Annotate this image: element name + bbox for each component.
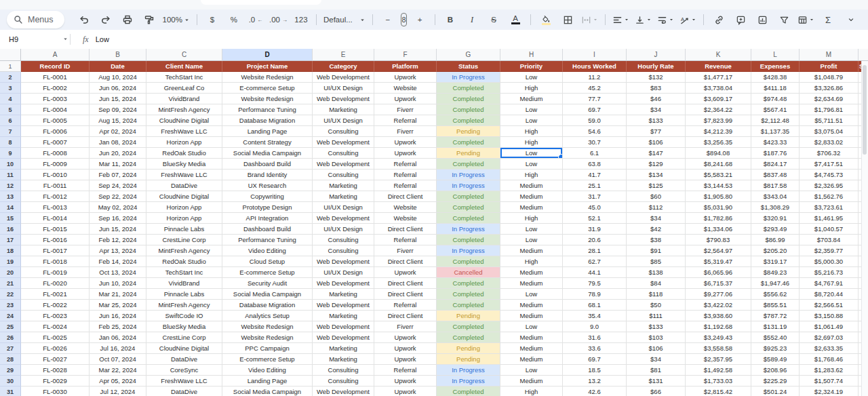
row-header-13[interactable]: 13: [0, 191, 21, 202]
cell-H12[interactable]: Medium: [500, 180, 563, 191]
column-header-M[interactable]: M: [800, 49, 859, 61]
cell-B16[interactable]: Jun 15, 2024: [90, 224, 146, 235]
cell-M16[interactable]: $1,040.57: [800, 224, 859, 235]
row-header-5[interactable]: 5: [0, 104, 21, 115]
cell-K28[interactable]: $2,357.95: [686, 354, 751, 365]
cell-G20[interactable]: Cancelled: [437, 267, 500, 278]
cell-I10[interactable]: 63.8: [563, 159, 627, 170]
toolbar-collapse-button[interactable]: [841, 12, 861, 28]
cell-E10[interactable]: Web Development: [313, 159, 374, 170]
cell-I27[interactable]: 33.6: [563, 343, 627, 354]
cell-G16[interactable]: In Progress: [437, 224, 500, 235]
cell-A21[interactable]: FL-0020: [21, 278, 90, 289]
cell-K27[interactable]: $3,558.58: [686, 343, 751, 354]
cell-C4[interactable]: VividBrand: [146, 94, 222, 104]
cell-L7[interactable]: $1,137.35: [751, 126, 800, 137]
cell-M22[interactable]: $8,720.44: [800, 289, 859, 300]
cell-D9[interactable]: Social Media Campaign: [222, 148, 313, 159]
cell-G25[interactable]: Completed: [437, 321, 500, 332]
cell-A16[interactable]: FL-0015: [21, 224, 90, 235]
cell-L5[interactable]: $567.41: [751, 104, 800, 115]
cell-L11[interactable]: $837.48: [751, 170, 800, 180]
cell-B12[interactable]: Sep 24, 2024: [90, 180, 146, 191]
cell-B18[interactable]: Apr 13, 2024: [90, 245, 146, 256]
cell-C15[interactable]: Horizon App: [146, 213, 222, 224]
cell-G24[interactable]: Pending: [437, 311, 500, 321]
cell-L23[interactable]: $855.51: [751, 300, 800, 311]
cell-M19[interactable]: $5,000.30: [800, 256, 859, 267]
cell-B25[interactable]: Feb 25, 2024: [90, 321, 146, 332]
cell-G23[interactable]: Completed: [437, 300, 500, 311]
cell-I15[interactable]: 52.1: [563, 213, 627, 224]
cell-D29[interactable]: Video Editing: [222, 365, 313, 376]
cell-F15[interactable]: Website: [374, 213, 437, 224]
cell-H31[interactable]: High: [500, 387, 563, 396]
cell-B2[interactable]: Aug 10, 2024: [90, 72, 146, 83]
font-select[interactable]: Defaul...: [321, 12, 368, 28]
cell-F9[interactable]: Upwork: [374, 148, 437, 159]
cell-D24[interactable]: Analytics Setup: [222, 311, 313, 321]
cell-G9[interactable]: Pending: [437, 148, 500, 159]
cell-F26[interactable]: Upwork: [374, 332, 437, 343]
cell-K2[interactable]: $1,477.17: [686, 72, 751, 83]
cell-D28[interactable]: E-commerce Setup: [222, 354, 313, 365]
cell-A19[interactable]: FL-0018: [21, 256, 90, 267]
cell-L29[interactable]: $208.96: [751, 365, 800, 376]
cell-C14[interactable]: Horizon App: [146, 202, 222, 213]
cell-G4[interactable]: Completed: [437, 94, 500, 104]
cell-C25[interactable]: BlueSky Media: [146, 321, 222, 332]
cell-G28[interactable]: Pending: [437, 354, 500, 365]
cell-D16[interactable]: Dashboard Build: [222, 224, 313, 235]
cell-I18[interactable]: 28.1: [563, 245, 627, 256]
cell-M8[interactable]: $2,833.02: [800, 137, 859, 148]
cell-G7[interactable]: Pending: [437, 126, 500, 137]
cell-E25[interactable]: Web Development: [313, 321, 374, 332]
cell-C18[interactable]: MintFresh Agency: [146, 245, 222, 256]
cell-C27[interactable]: CloudNine Digital: [146, 343, 222, 354]
row-header-11[interactable]: 11: [0, 170, 21, 180]
cell-H2[interactable]: Low: [500, 72, 563, 83]
cell-D21[interactable]: Security Audit: [222, 278, 313, 289]
cell-M29[interactable]: $1,283.62: [800, 365, 859, 376]
cell-A22[interactable]: FL-0021: [21, 289, 90, 300]
cell-J13[interactable]: $60: [627, 191, 686, 202]
cell-J27[interactable]: $106: [627, 343, 686, 354]
cell-H21[interactable]: Medium: [500, 278, 563, 289]
cell-J5[interactable]: $34: [627, 104, 686, 115]
cell-I13[interactable]: 31.7: [563, 191, 627, 202]
column-header-H[interactable]: H: [500, 49, 563, 61]
row-header-3[interactable]: 3: [0, 83, 21, 94]
number-format-button[interactable]: 123: [291, 12, 311, 28]
cell-L14[interactable]: $1,308.29: [751, 202, 800, 213]
cell-J24[interactable]: $111: [627, 311, 686, 321]
cell-A8[interactable]: FL-0007: [21, 137, 90, 148]
cell-B30[interactable]: Apr 05, 2024: [90, 376, 146, 387]
cell-M4[interactable]: $2,634.69: [800, 94, 859, 104]
cell-L13[interactable]: $343.04: [751, 191, 800, 202]
cell-G2[interactable]: In Progress: [437, 72, 500, 83]
row-header-10[interactable]: 10: [0, 159, 21, 170]
cell-H20[interactable]: Medium: [500, 267, 563, 278]
cell-K7[interactable]: $4,212.39: [686, 126, 751, 137]
cell-E19[interactable]: Web Development: [313, 256, 374, 267]
header-cell-H1[interactable]: Priority: [500, 61, 563, 72]
cell-L16[interactable]: $293.49: [751, 224, 800, 235]
cell-G26[interactable]: Completed: [437, 332, 500, 343]
cell-C23[interactable]: MintFresh Agency: [146, 300, 222, 311]
cell-I20[interactable]: 44.1: [563, 267, 627, 278]
cell-C3[interactable]: GreenLeaf Co: [146, 83, 222, 94]
cell-B7[interactable]: Apr 02, 2024: [90, 126, 146, 137]
row-header-14[interactable]: 14: [0, 202, 21, 213]
undo-button[interactable]: [74, 12, 94, 28]
decrease-decimal-button[interactable]: .0←: [245, 12, 266, 28]
cell-C31[interactable]: DataDive: [146, 387, 222, 396]
cell-E15[interactable]: Web Development: [313, 213, 374, 224]
cell-F24[interactable]: Direct Client: [374, 311, 437, 321]
cell-G11[interactable]: In Progress: [437, 170, 500, 180]
cell-J18[interactable]: $91: [627, 245, 686, 256]
cell-J7[interactable]: $77: [627, 126, 686, 137]
cell-J15[interactable]: $34: [627, 213, 686, 224]
row-header-1[interactable]: 1: [0, 61, 21, 72]
cell-A26[interactable]: FL-0025: [21, 332, 90, 343]
cell-C17[interactable]: CrestLine Corp: [146, 235, 222, 245]
